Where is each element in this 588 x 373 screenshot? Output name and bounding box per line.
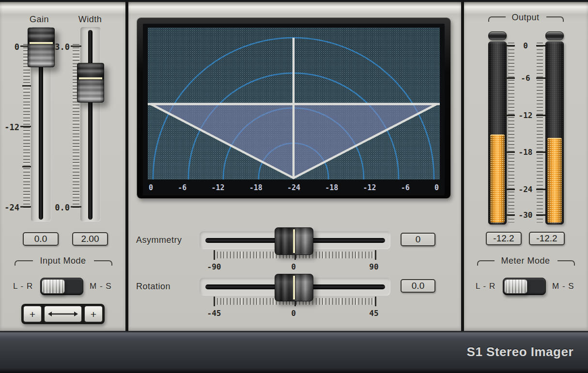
width-handle-indicator-line — [79, 77, 102, 79]
asymmetry-tick-mid: 0 — [283, 262, 304, 271]
width-value-box[interactable]: 2.00 — [72, 232, 108, 246]
meter-scale-row: -24 — [506, 185, 545, 194]
gain-handle-indicator-line — [30, 42, 53, 44]
output-meter-right — [545, 42, 564, 224]
gain-majtick-24 — [20, 206, 31, 208]
gain-scale-0: 0 — [0, 42, 19, 52]
axis-label: -6 — [401, 183, 410, 192]
meter-tick-strip-left — [508, 43, 514, 223]
axis-label: -18 — [249, 183, 263, 192]
output-meter-fill-right — [547, 138, 562, 223]
gain-scale-24: -24 — [0, 203, 19, 212]
axis-label: -6 — [178, 183, 186, 192]
output-meter-left — [488, 42, 507, 224]
meter-mode-bracket-right — [557, 260, 575, 266]
width-scale-bottom: 0.0 — [50, 203, 70, 212]
rotation-majtick-min — [214, 297, 215, 306]
gain-value-box[interactable]: 0.0 — [23, 232, 59, 246]
display-section-panel: 0 -6 -12 -18 -24 -18 -12 -6 0 Asymmetry … — [128, 2, 461, 331]
nudge-left-plus-button[interactable]: + — [23, 305, 42, 323]
rotation-label: Rotation — [136, 282, 170, 292]
axis-label: -18 — [325, 183, 338, 192]
rotation-tick-max: 45 — [363, 309, 385, 318]
output-section-panel: Output 0 -6 -12 -18 -24 -30 -12.2 -12.2 … — [464, 2, 588, 331]
meter-scale-row: -30 — [506, 210, 545, 219]
vector-display-screen: 0 -6 -12 -18 -24 -18 -12 -6 0 — [143, 24, 445, 195]
axis-label: -24 — [287, 183, 300, 192]
input-mode-toggle-knob[interactable] — [42, 279, 65, 294]
gain-scale-12: -12 — [0, 122, 19, 132]
axis-label: 0 — [149, 183, 153, 192]
asymmetry-slider-handle[interactable] — [275, 227, 313, 255]
meter-scale-row: -18 — [506, 148, 545, 156]
input-section-panel: Gain Width 0 -12 -24 3.0 0.0 0.0 2.00 In… — [0, 2, 125, 331]
asymmetry-value-box[interactable]: 0 — [401, 233, 435, 246]
input-mode-label: Input Mode — [29, 256, 97, 266]
gain-majtick-12 — [20, 126, 31, 127]
meter-mode-label: Meter Mode — [492, 256, 559, 266]
gain-label: Gain — [22, 15, 57, 25]
rotation-tick-mid: 0 — [283, 309, 304, 318]
output-bracket-left — [488, 16, 506, 22]
clip-led-right[interactable] — [545, 31, 564, 40]
gain-majtick-6 — [22, 85, 31, 87]
output-label: Output — [506, 13, 545, 23]
vector-display-bezel: 0 -6 -12 -18 -24 -18 -12 -6 0 — [137, 18, 450, 198]
asymmetry-handle-indicator-line — [293, 229, 295, 253]
axis-label: -12 — [363, 183, 376, 192]
axis-label: 0 — [434, 183, 439, 192]
asymmetry-tick-max: 90 — [363, 262, 385, 271]
plugin-window: Gain Width 0 -12 -24 3.0 0.0 0.0 2.00 In… — [0, 0, 588, 373]
meter-scale-row: 0 — [506, 41, 545, 50]
width-majtick-bottom — [71, 206, 81, 208]
output-left-value-box[interactable]: -12.2 — [486, 232, 522, 245]
meter-scale-row: -6 — [506, 74, 545, 82]
display-axis-labels: 0 -6 -12 -18 -24 -18 -12 -6 0 — [143, 179, 445, 195]
stereo-vector-graphic — [148, 28, 440, 179]
asymmetry-majtick-min — [214, 250, 215, 260]
vector-display-grid — [148, 28, 440, 179]
output-right-value-box[interactable]: -12.2 — [529, 232, 565, 245]
output-bracket-right — [546, 16, 564, 22]
asymmetry-majtick-max — [375, 250, 376, 260]
meter-mode-ms-label: M - S — [552, 282, 574, 291]
plugin-title: S1 Stereo Imager — [467, 344, 573, 359]
meter-mode-toggle-knob[interactable] — [504, 279, 527, 294]
rotation-slider-handle[interactable] — [275, 274, 313, 301]
horizontal-double-arrow-icon — [47, 311, 78, 317]
input-mode-ms-label: M - S — [90, 282, 112, 291]
width-scale-top: 3.0 — [50, 42, 70, 52]
input-mode-lr-label: L - R — [13, 282, 33, 291]
channel-nudge-controls: + + — [21, 304, 105, 324]
width-fader-rod — [88, 30, 93, 220]
plugin-title-bar: S1 Stereo Imager — [0, 331, 588, 373]
width-label: Width — [73, 15, 108, 25]
rotation-handle-indicator-line — [293, 276, 295, 299]
meter-mode-lr-label: L - R — [476, 282, 495, 291]
width-majtick-top — [71, 45, 81, 47]
axis-label: -12 — [211, 183, 224, 192]
rotation-majtick-max — [375, 297, 376, 306]
asymmetry-label: Asymmetry — [136, 235, 182, 245]
output-meter-fill-left — [490, 134, 505, 223]
gain-majtick-18 — [22, 166, 31, 167]
meter-scale-row: -12 — [506, 111, 545, 119]
meter-tick-strip-right — [537, 43, 543, 223]
nudge-right-plus-button[interactable]: + — [84, 305, 103, 323]
rotation-tick-min: -45 — [203, 309, 225, 318]
input-mode-toggle[interactable] — [40, 278, 83, 295]
clip-led-left[interactable] — [488, 31, 507, 40]
nudge-center-button[interactable] — [44, 305, 82, 323]
width-fader-handle[interactable] — [77, 63, 104, 103]
asymmetry-tick-min: -90 — [203, 262, 225, 271]
meter-mode-toggle[interactable] — [503, 278, 546, 295]
rotation-value-box[interactable]: 0.0 — [401, 279, 435, 293]
